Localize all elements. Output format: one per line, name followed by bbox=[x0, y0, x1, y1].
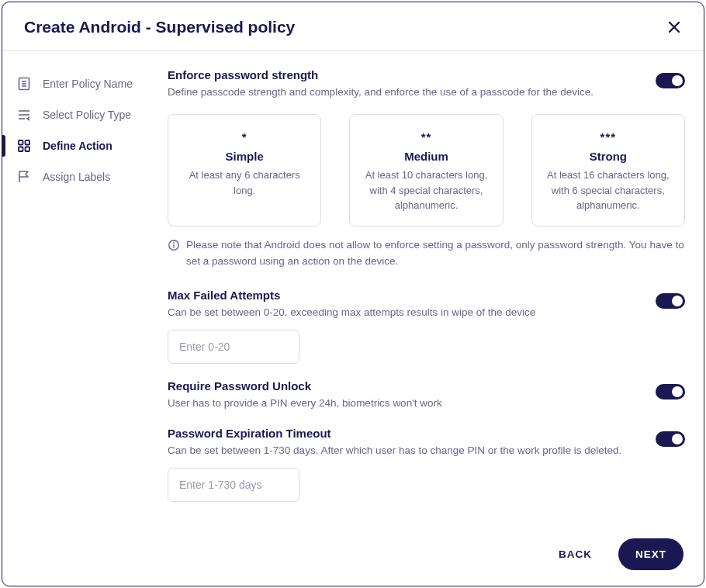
strength-card-strong[interactable]: *** Strong At least 16 characters long, … bbox=[531, 114, 685, 227]
modal-body: Enter Policy Name Select Policy Type Def… bbox=[2, 51, 704, 524]
max-failed-desc: Can be set between 0-20, exceeding max a… bbox=[168, 305, 643, 320]
modal: Create Android - Supervised policy Enter… bbox=[2, 2, 704, 586]
strength-cards: * Simple At least any 6 characters long.… bbox=[168, 114, 685, 227]
close-icon bbox=[666, 19, 682, 35]
close-button[interactable] bbox=[666, 19, 682, 35]
expiration-toggle[interactable] bbox=[656, 431, 685, 447]
card-name: Simple bbox=[179, 150, 310, 163]
expiration-desc: Can be set between 1-730 days. After whi… bbox=[168, 443, 643, 458]
next-button[interactable]: NEXT bbox=[618, 538, 684, 570]
step-enter-policy-name[interactable]: Enter Policy Name bbox=[2, 68, 161, 99]
require-unlock-toggle[interactable] bbox=[656, 384, 685, 399]
strength-card-simple[interactable]: * Simple At least any 6 characters long. bbox=[168, 114, 321, 227]
section-require-password-unlock: Require Password Unlock User has to prov… bbox=[168, 379, 685, 411]
max-failed-input[interactable] bbox=[168, 330, 299, 364]
step-label: Define Action bbox=[43, 140, 112, 152]
modal-footer: BACK NEXT bbox=[2, 524, 704, 586]
section-enforce-password-strength: Enforce password strength Define passcod… bbox=[168, 68, 685, 270]
step-select-policy-type[interactable]: Select Policy Type bbox=[2, 99, 161, 130]
max-failed-toggle[interactable] bbox=[656, 293, 685, 309]
svg-point-12 bbox=[173, 242, 175, 244]
grid-icon bbox=[16, 138, 32, 154]
svg-rect-9 bbox=[19, 147, 23, 152]
require-unlock-desc: User has to provide a PIN every 24h, bio… bbox=[168, 396, 643, 411]
svg-rect-8 bbox=[26, 140, 30, 145]
enforce-desc: Define passcode strength and complexity,… bbox=[168, 85, 643, 100]
card-name: Medium bbox=[361, 150, 491, 163]
svg-rect-10 bbox=[26, 147, 30, 152]
note-text: Please note that Android does not allow … bbox=[186, 237, 685, 270]
enforce-title: Enforce password strength bbox=[168, 68, 643, 81]
card-stars: *** bbox=[543, 130, 673, 144]
step-define-action[interactable]: Define Action bbox=[2, 130, 161, 161]
enforce-toggle[interactable] bbox=[656, 73, 685, 88]
flag-icon bbox=[16, 169, 32, 185]
section-max-failed-attempts: Max Failed Attempts Can be set between 0… bbox=[168, 289, 685, 364]
card-desc: At least 16 characters long, with 6 spec… bbox=[543, 168, 673, 213]
card-desc: At least any 6 characters long. bbox=[179, 168, 310, 198]
card-name: Strong bbox=[543, 150, 673, 163]
modal-header: Create Android - Supervised policy bbox=[2, 2, 704, 51]
max-failed-title: Max Failed Attempts bbox=[168, 289, 643, 302]
modal-title: Create Android - Supervised policy bbox=[24, 18, 295, 36]
list-arrow-icon bbox=[16, 107, 32, 123]
step-label: Enter Policy Name bbox=[43, 78, 133, 90]
expiration-title: Password Expiration Timeout bbox=[168, 427, 643, 440]
require-unlock-title: Require Password Unlock bbox=[168, 379, 643, 393]
info-icon bbox=[168, 239, 180, 270]
step-assign-labels[interactable]: Assign Labels bbox=[2, 161, 161, 192]
steps-sidebar: Enter Policy Name Select Policy Type Def… bbox=[2, 51, 161, 524]
step-label: Assign Labels bbox=[43, 171, 110, 183]
svg-rect-7 bbox=[19, 140, 23, 145]
form-content: Enforce password strength Define passcod… bbox=[161, 51, 704, 524]
back-button[interactable]: BACK bbox=[548, 541, 603, 568]
card-stars: * bbox=[179, 130, 310, 144]
expiration-input[interactable] bbox=[168, 468, 299, 502]
card-desc: At least 10 characters long, with 4 spec… bbox=[361, 168, 491, 213]
section-password-expiration-timeout: Password Expiration Timeout Can be set b… bbox=[168, 427, 685, 502]
document-icon bbox=[16, 76, 32, 92]
card-stars: ** bbox=[361, 130, 491, 144]
step-label: Select Policy Type bbox=[43, 109, 131, 121]
strength-card-medium[interactable]: ** Medium At least 10 characters long, w… bbox=[349, 114, 503, 227]
password-note: Please note that Android does not allow … bbox=[168, 237, 685, 270]
